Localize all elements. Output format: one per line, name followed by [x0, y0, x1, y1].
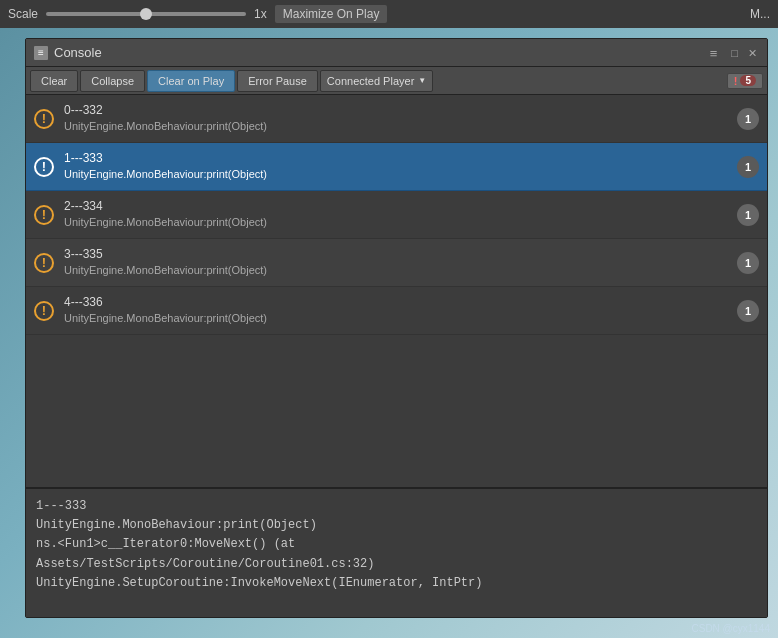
detail-panel: 1---333 UnityEngine.MonoBehaviour:print(… — [26, 487, 767, 617]
log-title: 4---336 — [64, 294, 737, 311]
scale-slider-thumb — [140, 8, 152, 20]
chevron-down-icon: ▼ — [418, 76, 426, 85]
console-window: ≡ Console ≡ □ ✕ Clear Collapse Clear on … — [25, 38, 768, 618]
log-list[interactable]: ! 0---332 UnityEngine.MonoBehaviour:prin… — [26, 95, 767, 487]
log-count-badge: 1 — [737, 204, 759, 226]
console-title-icon: ≡ — [34, 46, 48, 60]
connected-player-label: Connected Player — [327, 75, 414, 87]
close-button[interactable]: ✕ — [746, 45, 759, 60]
log-item[interactable]: ! 3---335 UnityEngine.MonoBehaviour:prin… — [26, 239, 767, 287]
error-count-badge: 5 — [740, 75, 756, 86]
error-badge[interactable]: ! 5 — [727, 73, 763, 89]
log-subtitle: UnityEngine.MonoBehaviour:print(Object) — [64, 119, 737, 134]
clear-button[interactable]: Clear — [30, 70, 78, 92]
console-title-bar: ≡ Console ≡ □ ✕ — [26, 39, 767, 67]
log-item[interactable]: ! 0---332 UnityEngine.MonoBehaviour:prin… — [26, 95, 767, 143]
scale-label: Scale — [8, 7, 38, 21]
log-subtitle: UnityEngine.MonoBehaviour:print(Object) — [64, 167, 737, 182]
menu-icon: ≡ — [710, 45, 718, 60]
log-warn-icon: ! — [34, 205, 54, 225]
log-warn-icon: ! — [34, 253, 54, 273]
log-count-badge: 1 — [737, 156, 759, 178]
log-item[interactable]: ! 4---336 UnityEngine.MonoBehaviour:prin… — [26, 287, 767, 335]
log-content: 1---333 UnityEngine.MonoBehaviour:print(… — [64, 150, 737, 182]
log-item[interactable]: ! 1---333 UnityEngine.MonoBehaviour:prin… — [26, 143, 767, 191]
log-content: 4---336 UnityEngine.MonoBehaviour:print(… — [64, 294, 737, 326]
log-count-badge: 1 — [737, 300, 759, 322]
log-item[interactable]: ! 2---334 UnityEngine.MonoBehaviour:prin… — [26, 191, 767, 239]
log-warn-icon: ! — [34, 301, 54, 321]
watermark: CSDN @cyx1144 — [691, 623, 770, 634]
scale-value: 1x — [254, 7, 267, 21]
log-content: 0---332 UnityEngine.MonoBehaviour:print(… — [64, 102, 737, 134]
log-subtitle: UnityEngine.MonoBehaviour:print(Object) — [64, 215, 737, 230]
minimize-button[interactable]: □ — [729, 45, 740, 60]
error-pause-button[interactable]: Error Pause — [237, 70, 318, 92]
collapse-button[interactable]: Collapse — [80, 70, 145, 92]
log-count-badge: 1 — [737, 252, 759, 274]
detail-line5: UnityEngine.SetupCoroutine:InvokeMoveNex… — [36, 574, 757, 593]
toolbar-right: ! 5 — [727, 73, 763, 89]
scale-slider[interactable] — [46, 12, 246, 16]
maximize-on-play-button[interactable]: Maximize On Play — [275, 5, 388, 23]
log-warn-icon: ! — [34, 109, 54, 129]
detail-line4: Assets/TestScripts/Coroutine/Coroutine01… — [36, 555, 757, 574]
log-warn-icon: ! — [34, 157, 54, 177]
error-exclamation-icon: ! — [734, 75, 738, 87]
log-title: 3---335 — [64, 246, 737, 263]
log-title: 0---332 — [64, 102, 737, 119]
log-subtitle: UnityEngine.MonoBehaviour:print(Object) — [64, 311, 737, 326]
console-toolbar: Clear Collapse Clear on Play Error Pause… — [26, 67, 767, 95]
clear-on-play-button[interactable]: Clear on Play — [147, 70, 235, 92]
log-title: 2---334 — [64, 198, 737, 215]
content-area: ! 0---332 UnityEngine.MonoBehaviour:prin… — [26, 95, 767, 617]
log-content: 3---335 UnityEngine.MonoBehaviour:print(… — [64, 246, 737, 278]
window-controls: ≡ □ ✕ — [710, 45, 759, 60]
detail-line2: UnityEngine.MonoBehaviour:print(Object) — [36, 516, 757, 535]
log-subtitle: UnityEngine.MonoBehaviour:print(Object) — [64, 263, 737, 278]
detail-line3: ns.<Fun1>c__Iterator0:MoveNext() (at — [36, 535, 757, 554]
log-count-badge: 1 — [737, 108, 759, 130]
connected-player-dropdown[interactable]: Connected Player ▼ — [320, 70, 433, 92]
log-content: 2---334 UnityEngine.MonoBehaviour:print(… — [64, 198, 737, 230]
detail-line1: 1---333 — [36, 497, 757, 516]
log-title: 1---333 — [64, 150, 737, 167]
console-title-text: Console — [54, 45, 102, 60]
top-bar: Scale 1x Maximize On Play M... — [0, 0, 778, 28]
more-label: M... — [750, 7, 770, 21]
